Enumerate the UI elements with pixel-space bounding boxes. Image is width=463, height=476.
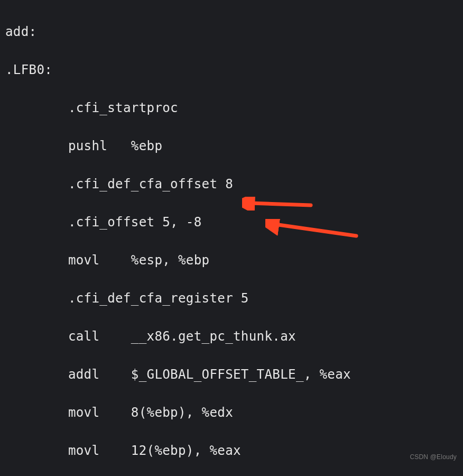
arrow-annotation-icon — [242, 197, 316, 210]
code-line: .LFB0: — [5, 60, 463, 79]
code-line: pushl %ebp — [5, 136, 463, 155]
code-line: movl 8(%ebp), %edx — [5, 403, 463, 422]
code-line: .cfi_def_cfa_register 5 — [5, 289, 463, 308]
code-line: addl $_GLOBAL_OFFSET_TABLE_, %eax — [5, 365, 463, 384]
code-line: add: — [5, 22, 463, 41]
code-line: movl 12(%ebp), %eax — [5, 441, 463, 460]
code-line: call __x86.get_pc_thunk.ax — [5, 327, 463, 346]
svg-line-0 — [251, 203, 311, 205]
code-line: movl %esp, %ebp — [5, 251, 463, 270]
code-line: .cfi_def_cfa_offset 8 — [5, 175, 463, 194]
code-line: .cfi_startproc — [5, 98, 463, 117]
assembly-code-block: add: .LFB0: .cfi_startproc pushl %ebp .c… — [0, 0, 463, 476]
code-line: .cfi_offset 5, -8 — [5, 213, 463, 232]
watermark-text: CSDN @Eloudy — [410, 447, 457, 466]
